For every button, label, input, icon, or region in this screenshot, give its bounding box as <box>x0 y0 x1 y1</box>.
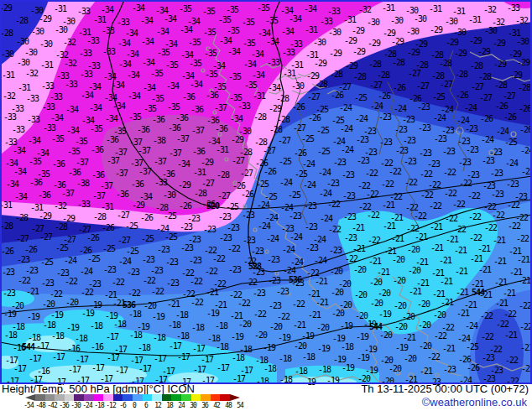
temp-label: -30 <box>484 27 497 35</box>
temp-label: -17 <box>29 355 41 363</box>
temp-label: -22 <box>365 169 378 178</box>
temp-label: -23 <box>157 246 170 254</box>
temp-label: -29 <box>352 27 364 35</box>
temp-label: -23 <box>276 288 289 296</box>
temp-label: -19 <box>303 378 316 387</box>
temp-label: -35 <box>165 61 178 70</box>
temp-label: -19 <box>395 344 408 352</box>
temp-label: -31 <box>343 16 356 24</box>
legend-tick-label: -42 <box>47 403 56 409</box>
temp-label: -23 <box>333 159 346 167</box>
temp-label: -34 <box>81 91 93 100</box>
temp-label: -30 <box>163 191 175 200</box>
temp-label: -20 <box>394 302 406 310</box>
temp-label: -19 <box>356 333 368 341</box>
temp-label: -28 <box>368 60 381 69</box>
temp-label: -29 <box>493 60 506 69</box>
temp-label: -37 <box>100 182 112 190</box>
temp-label: -20 <box>392 256 404 264</box>
temp-label: -30 <box>16 38 29 46</box>
temp-label: -22 <box>484 224 497 232</box>
temp-label: -36 <box>52 160 65 169</box>
temp-label: -29 <box>269 105 281 113</box>
temp-label: -22 <box>427 353 440 362</box>
temp-label: -18 <box>302 353 315 362</box>
temp-label: -34 <box>268 84 280 92</box>
temp-label: -28 <box>494 81 507 90</box>
temp-label: -30 <box>291 82 304 91</box>
temp-label: -29 <box>0 4 12 13</box>
temp-label: -20 <box>402 313 415 321</box>
temp-label: -30 <box>55 26 67 34</box>
temp-label: -20 <box>238 320 251 329</box>
temp-label: -32 <box>63 39 76 47</box>
temp-label: -17 <box>216 364 229 372</box>
temp-label: -17 <box>115 367 128 375</box>
temp-label: -34 <box>28 137 40 145</box>
temp-label: -27 <box>117 211 129 220</box>
temp-label: -37 <box>92 192 105 200</box>
temp-label: -24 <box>465 322 477 330</box>
temp-label: -24 <box>320 215 332 223</box>
contour-label: 544 <box>369 323 382 331</box>
temp-label: -22 <box>151 288 164 296</box>
temp-label: -22 <box>443 169 456 177</box>
temp-label: -28 <box>478 73 491 81</box>
temp-label: -23 <box>3 289 15 298</box>
temp-label: -27 <box>39 233 52 242</box>
temp-label: -33 <box>507 4 519 13</box>
temp-label: -35 <box>265 17 278 25</box>
temp-label: -21 <box>440 278 452 286</box>
temp-label: -23 <box>103 266 116 274</box>
temp-label: -29 <box>368 39 380 48</box>
temp-label: -34 <box>125 29 138 38</box>
temp-label: -34 <box>112 102 125 111</box>
temp-label: -22 <box>205 268 217 276</box>
temp-label: -33 <box>26 95 39 103</box>
temp-label: -23 <box>268 277 280 285</box>
temp-label: -24 <box>496 127 509 136</box>
temp-label: -33 <box>267 59 279 67</box>
temp-label: -22 <box>496 320 509 329</box>
temp-label: -27 <box>416 82 429 91</box>
temp-label: -30 <box>17 59 29 67</box>
temp-label: -21 <box>470 255 482 263</box>
temp-label: -25 <box>102 245 115 253</box>
temp-label: -35 <box>204 49 216 58</box>
temp-label: -26 <box>331 91 343 100</box>
temp-label: -27 <box>293 124 305 133</box>
temp-label: -35 <box>90 125 102 133</box>
temp-label: -25 <box>466 343 478 351</box>
temp-label: -20 <box>408 267 420 275</box>
temp-label: -20 <box>379 331 392 340</box>
temp-label: -37 <box>115 169 128 178</box>
color-scale-bar <box>25 394 240 401</box>
temp-label: -37 <box>169 149 181 158</box>
temp-label: -35 <box>75 138 87 146</box>
temp-label: -30 <box>406 28 419 36</box>
temp-label: -34 <box>143 84 155 92</box>
legend-color-cell <box>35 394 45 401</box>
copyright-link[interactable]: ©weatheronline.co.uk <box>422 396 527 408</box>
temp-label: -32 <box>358 6 371 14</box>
temp-label: -37 <box>76 159 88 167</box>
temp-label: -17 <box>91 364 104 372</box>
temp-label: -17 <box>13 365 26 373</box>
legend-color-cell <box>171 394 181 401</box>
temp-label: -35 <box>228 73 241 81</box>
temp-label: -28 <box>277 116 289 124</box>
temp-label: -22 <box>521 365 532 373</box>
temp-label: -30 <box>39 40 52 49</box>
temp-label: -24 <box>318 169 331 177</box>
temp-label: -35 <box>203 29 216 37</box>
temp-label: -27 <box>369 81 382 90</box>
legend-color-cell <box>65 394 75 401</box>
temp-label: -30 <box>516 38 529 46</box>
temp-label: -21 <box>442 345 455 353</box>
temp-label: -34 <box>127 71 139 80</box>
temp-label: -23 <box>289 212 301 221</box>
temp-label: -22 <box>492 211 504 220</box>
temp-label: -19 <box>357 354 369 362</box>
legend-tick-label: -18 <box>94 403 103 409</box>
temp-label: -21 <box>206 289 218 297</box>
